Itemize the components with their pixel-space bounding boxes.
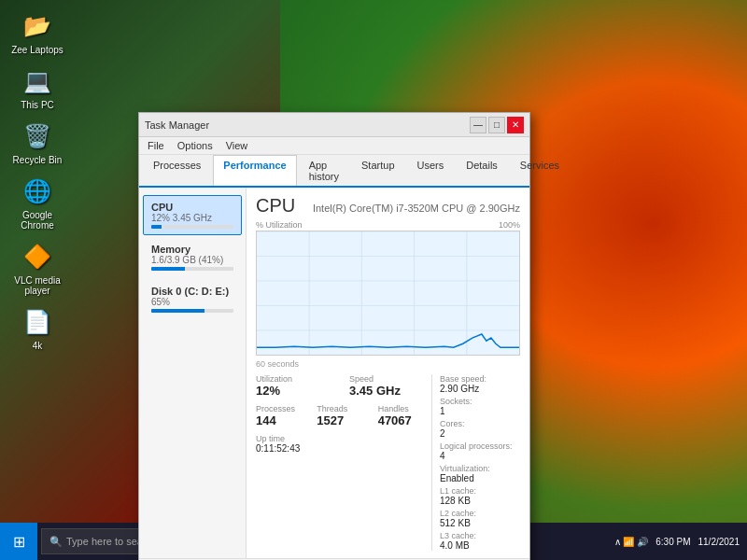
tab-app-history[interactable]: App history xyxy=(299,155,349,186)
l2-cache-label: L2 cache: xyxy=(440,509,520,518)
this-pc-label: This PC xyxy=(21,100,54,110)
speed-stat: Speed 3.45 GHz xyxy=(349,374,431,399)
logical-procs-value: 4 xyxy=(440,451,520,461)
tab-users[interactable]: Users xyxy=(407,155,455,186)
l3-cache-label: L3 cache: xyxy=(440,531,520,540)
tab-details[interactable]: Details xyxy=(456,155,508,186)
stats-grid-bottom: Processes 144 Threads 1527 Handles 47067 xyxy=(256,404,431,428)
cpu-bar-fill xyxy=(151,225,162,229)
menu-file[interactable]: File xyxy=(145,139,167,152)
desktop-icon-this-pc[interactable]: 💻 This PC xyxy=(9,64,65,110)
vlc-label: VLC media player xyxy=(9,275,65,296)
utilization-stat: Utilization 12% xyxy=(256,374,338,399)
maximize-button[interactable]: □ xyxy=(488,117,505,133)
desktop: 📂 Zee Laptops 💻 This PC 🗑️ Recycle Bin 🌐… xyxy=(0,0,747,560)
tab-bar: Processes Performance App history Startu… xyxy=(139,155,529,188)
sockets-value: 1 xyxy=(440,406,520,416)
memory-bar xyxy=(151,267,233,271)
window-title: Task Manager xyxy=(145,119,470,131)
threads-label: Threads xyxy=(317,404,370,413)
panel-subtitle: Intel(R) Core(TM) i7-3520M CPU @ 2.90GHz xyxy=(313,203,520,214)
threads-value: 1527 xyxy=(317,413,370,428)
l1-cache-label: L1 cache: xyxy=(440,486,520,496)
memory-item-title: Memory xyxy=(151,244,233,255)
chrome-icon: 🌐 xyxy=(21,175,54,208)
disk-bar xyxy=(151,309,233,313)
speed-value: 3.45 GHz xyxy=(349,384,431,399)
memory-item-sub: 1.6/3.9 GB (41%) xyxy=(151,255,233,265)
memory-bar-fill xyxy=(151,267,185,271)
stats-area: Utilization 12% Speed 3.45 GHz Processes xyxy=(256,374,520,551)
sidebar-item-memory[interactable]: Memory 1.6/3.9 GB (41%) xyxy=(143,237,242,277)
processes-stat: Processes 144 xyxy=(256,404,309,428)
l2-cache-value: 512 KB xyxy=(440,518,520,528)
tab-startup[interactable]: Startup xyxy=(351,155,404,186)
l1-cache-row: L1 cache: 128 KB xyxy=(440,486,520,506)
cpu-item-title: CPU xyxy=(151,202,233,213)
cpu-chart xyxy=(256,231,520,356)
recycle-bin-icon: 🗑️ xyxy=(21,119,54,153)
menu-view[interactable]: View xyxy=(223,139,251,152)
sockets-row: Sockets: 1 xyxy=(440,397,520,416)
vlc-icon: 🔶 xyxy=(21,240,54,273)
processes-label: Processes xyxy=(256,404,309,413)
chart-label-100pct: 100% xyxy=(499,220,520,230)
handles-value: 47067 xyxy=(378,413,431,428)
cpu-panel: CPU Intel(R) Core(TM) i7-3520M CPU @ 2.9… xyxy=(247,188,529,558)
threads-stat: Threads 1527 xyxy=(317,404,370,428)
uptime-label: Up time xyxy=(256,434,431,443)
base-speed-label: Base speed: xyxy=(440,374,520,384)
l2-cache-row: L2 cache: 512 KB xyxy=(440,509,520,528)
uptime-value: 0:11:52:43 xyxy=(256,443,431,454)
close-button[interactable]: ✕ xyxy=(507,117,524,133)
panel-header: CPU Intel(R) Core(TM) i7-3520M CPU @ 2.9… xyxy=(256,195,520,217)
virtualization-row: Virtualization: Enabled xyxy=(440,464,520,483)
menubar: File Options View xyxy=(139,137,529,155)
stats-main: Utilization 12% Speed 3.45 GHz Processes xyxy=(256,374,431,551)
titlebar: Task Manager — □ ✕ xyxy=(139,113,529,137)
4k-icon: 📄 xyxy=(21,305,54,339)
base-speed-value: 2.90 GHz xyxy=(440,384,520,394)
speed-label: Speed xyxy=(349,374,431,384)
desktop-icon-chrome[interactable]: 🌐 Google Chrome xyxy=(9,175,65,231)
zee-laptops-label: Zee Laptops xyxy=(11,45,63,55)
tab-performance[interactable]: Performance xyxy=(213,155,296,186)
desktop-icon-recycle-bin[interactable]: 🗑️ Recycle Bin xyxy=(9,119,65,165)
chrome-label: Google Chrome xyxy=(9,210,65,231)
4k-label: 4k xyxy=(33,341,43,351)
virtualization-value: Enabled xyxy=(440,473,520,483)
cpu-item-sub: 12% 3.45 GHz xyxy=(151,213,233,223)
disk-item-title: Disk 0 (C: D: E:) xyxy=(151,286,233,297)
recycle-bin-label: Recycle Bin xyxy=(13,155,63,165)
cpu-bar xyxy=(151,225,233,229)
stats-grid-top: Utilization 12% Speed 3.45 GHz xyxy=(256,374,431,399)
search-icon: 🔍 xyxy=(49,536,63,548)
utilization-value: 12% xyxy=(256,384,338,399)
cores-label: Cores: xyxy=(440,419,520,428)
start-button[interactable]: ⊞ xyxy=(0,523,37,560)
desktop-icon-zee-laptops[interactable]: 📂 Zee Laptops xyxy=(9,9,65,55)
tab-services[interactable]: Services xyxy=(510,155,570,186)
task-manager-window: Task Manager — □ ✕ File Options View Pro… xyxy=(138,112,530,560)
chart-time-label: 60 seconds xyxy=(256,359,520,369)
tab-processes[interactable]: Processes xyxy=(143,155,211,186)
this-pc-icon: 💻 xyxy=(21,64,54,98)
performance-sidebar: CPU 12% 3.45 GHz Memory 1.6/3.9 GB (41%)… xyxy=(139,188,247,558)
sockets-label: Sockets: xyxy=(440,397,520,406)
desktop-icon-area: 📂 Zee Laptops 💻 This PC 🗑️ Recycle Bin 🌐… xyxy=(9,9,65,351)
panel-title: CPU xyxy=(256,195,295,217)
sidebar-item-cpu[interactable]: CPU 12% 3.45 GHz xyxy=(143,195,242,235)
desktop-icon-4k[interactable]: 📄 4k xyxy=(9,305,65,351)
sidebar-item-disk[interactable]: Disk 0 (C: D: E:) 65% xyxy=(143,279,242,319)
desktop-icon-vlc[interactable]: 🔶 VLC media player xyxy=(9,240,65,296)
processes-value: 144 xyxy=(256,413,309,428)
cpu-info-column: Base speed: 2.90 GHz Sockets: 1 Cores: 2 xyxy=(431,374,520,551)
handles-stat: Handles 47067 xyxy=(378,404,431,428)
minimize-button[interactable]: — xyxy=(470,117,486,133)
logical-procs-row: Logical processors: 4 xyxy=(440,441,520,461)
main-content: CPU 12% 3.45 GHz Memory 1.6/3.9 GB (41%)… xyxy=(139,188,529,558)
menu-options[interactable]: Options xyxy=(175,139,216,152)
chart-label-utilization: % Utilization xyxy=(256,220,303,230)
disk-bar-fill xyxy=(151,309,204,313)
system-tray: ∧ 📶 🔊 xyxy=(614,537,649,547)
